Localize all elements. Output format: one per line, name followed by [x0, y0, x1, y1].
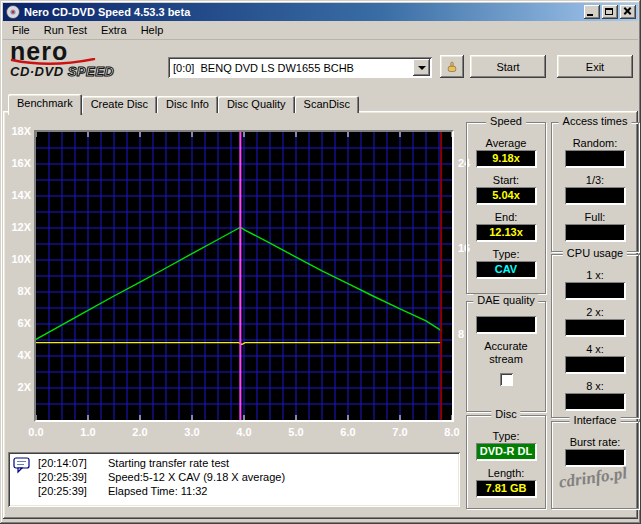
log-message: Speed:5-12 X CAV (9.18 X average) [108, 470, 285, 484]
interface-burst-rate-value [565, 449, 625, 466]
tab-disc-info[interactable]: Disc Info [157, 96, 218, 113]
cpu-4-x-value [565, 356, 625, 373]
close-button[interactable] [620, 5, 636, 19]
product-name-right: SPEED [68, 64, 115, 79]
y-axis-left-label: 6X [8, 317, 31, 330]
tab-scandisc[interactable]: ScanDisc [295, 96, 359, 113]
access-times-panel: Access times Random:1/3:Full: [551, 122, 639, 252]
log-timestamp: [20:25:39] [38, 470, 100, 484]
access-random-value [565, 150, 625, 167]
log-message: Starting transfer rate test [108, 456, 229, 470]
drive-selector-dropdown-button[interactable] [413, 59, 430, 76]
status-log[interactable]: [20:14:07]Starting transfer rate test[20… [8, 452, 460, 507]
disc-length-label: Length: [467, 467, 545, 480]
cpu-usage-panel-title: CPU usage [563, 247, 627, 259]
close-icon [620, 5, 636, 19]
window-title: Nero CD-DVD Speed 4.53.3 beta [24, 6, 584, 18]
disc-length-value: 7.81 GB [476, 480, 536, 497]
interface-burst-rate-label: Burst rate: [552, 436, 638, 449]
log-entry: [20:25:39]Elapsed Time: 11:32 [38, 484, 456, 498]
speed-type-label: Type: [467, 248, 545, 261]
tab-bar: BenchmarkCreate DiscDisc InfoDisc Qualit… [8, 93, 359, 113]
x-axis-label: 7.0 [387, 426, 413, 439]
app-icon[interactable] [5, 4, 21, 20]
y-axis-left-label: 10X [8, 253, 31, 266]
access-times-rows: Random:1/3:Full: [552, 123, 638, 241]
menu-item-help[interactable]: Help [134, 22, 171, 38]
dae-quality-value [476, 316, 536, 333]
y-axis-left-label: 4X [8, 349, 31, 362]
tab-create-disc[interactable]: Create Disc [82, 96, 157, 113]
menu-item-run-test[interactable]: Run Test [37, 22, 94, 38]
y-axis-left-label: 12X [8, 221, 31, 234]
y-axis-left-label: 14X [8, 189, 31, 202]
x-axis-label: 8.0 [439, 426, 465, 439]
cpu-1-x-label: 1 x: [552, 269, 638, 282]
disc-panel-title: Disc [491, 408, 520, 420]
drive-selector-value: [0:0] BENQ DVD LS DW1655 BCHB [173, 62, 432, 74]
product-name-left: CD·DVD [10, 64, 68, 79]
cpu-4-x-label: 4 x: [552, 343, 638, 356]
cpu-8-x-value [565, 393, 625, 410]
minimize-button[interactable] [584, 5, 600, 19]
dae-quality-panel: DAE quality Accurate stream [466, 301, 546, 412]
y-axis-left-label: 2X [8, 381, 31, 394]
access-full-value [565, 224, 625, 241]
dae-quality-panel-title: DAE quality [473, 294, 538, 306]
maximize-button[interactable] [602, 5, 618, 19]
cpu-1-x-value [565, 282, 625, 299]
menu-item-extra[interactable]: Extra [94, 22, 134, 38]
drive-selector[interactable]: [0:0] BENQ DVD LS DW1655 BCHB [168, 57, 432, 78]
interface-panel-title: Interface [570, 414, 621, 426]
access-1-3-value [565, 187, 625, 204]
access-times-panel-title: Access times [559, 115, 632, 127]
access-1-3-label: 1/3: [552, 174, 638, 187]
disc-icon [6, 5, 20, 19]
x-axis-label: 5.0 [283, 426, 309, 439]
speed-panel-rows: Average9.18xStart:5.04xEnd:12.13xType:CA… [467, 123, 545, 278]
speed-type-value: CAV [476, 261, 536, 278]
tab-benchmark[interactable]: Benchmark [8, 94, 82, 115]
y-axis-left-label: 18X [8, 125, 31, 138]
disc-panel-rows: Type: DVD-R DL Length: 7.81 GB [467, 416, 545, 497]
cpu-8-x-label: 8 x: [552, 380, 638, 393]
speed-average-label: Average [467, 137, 545, 150]
exit-button[interactable]: Exit [557, 55, 633, 78]
accurate-stream-checkbox[interactable] [500, 373, 513, 386]
chart-area: 2X4X6X8X10X12X14X16X18X816240.01.02.03.0… [8, 119, 480, 449]
disc-type-value: DVD-R DL [476, 443, 536, 460]
menu-item-file[interactable]: File [5, 22, 37, 38]
dae-quality-rows: Accurate stream [467, 302, 545, 386]
log-lines: [20:14:07]Starting transfer rate test[20… [38, 456, 456, 498]
disc-type-label: Type: [467, 430, 545, 443]
disc-eject-button[interactable] [440, 55, 464, 78]
minimize-icon [587, 14, 593, 16]
balloon-icon [13, 456, 31, 476]
y-axis-left-label: 8X [8, 285, 31, 298]
speed-start-label: Start: [467, 174, 545, 187]
speed-start-value: 5.04x [476, 187, 536, 204]
speed-end-label: End: [467, 211, 545, 224]
speed-panel-title: Speed [486, 115, 526, 127]
titlebar-buttons [584, 5, 636, 19]
cpu-2-x-value [565, 319, 625, 336]
accurate-stream-label: Accurate stream [471, 340, 541, 366]
log-timestamp: [20:25:39] [38, 484, 100, 498]
menu-bar: FileRun TestExtraHelp [3, 21, 638, 40]
nero-logo: nero CD·DVD SPEED [10, 40, 164, 90]
y-axis-left-label: 16X [8, 157, 31, 170]
chart-canvas [36, 132, 452, 420]
cpu-usage-rows: 1 x:2 x:4 x:8 x: [552, 255, 638, 410]
speed-average-value: 9.18x [476, 150, 536, 167]
access-full-label: Full: [552, 211, 638, 224]
hand-icon [446, 59, 458, 75]
product-name: CD·DVD SPEED [10, 64, 164, 79]
app-window: Nero CD-DVD Speed 4.53.3 beta FileRun Te… [0, 0, 641, 524]
start-button[interactable]: Start [470, 55, 546, 78]
x-axis-label: 3.0 [179, 426, 205, 439]
x-axis-label: 0.0 [23, 426, 49, 439]
cpu-usage-panel: CPU usage 1 x:2 x:4 x:8 x: [551, 254, 639, 418]
tab-disc-quality[interactable]: Disc Quality [218, 96, 295, 113]
log-timestamp: [20:14:07] [38, 456, 100, 470]
speed-end-value: 12.13x [476, 224, 536, 241]
